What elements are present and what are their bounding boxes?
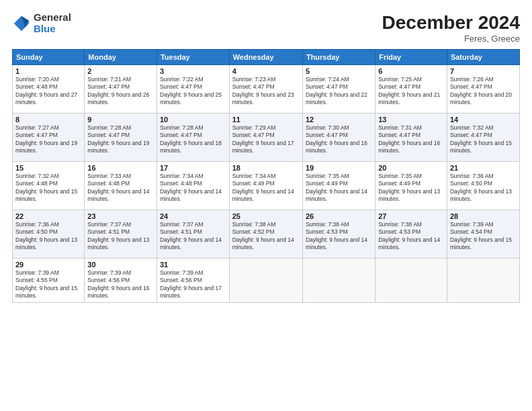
table-cell: 2 Sunrise: 7:21 AM Sunset: 4:47 PM Dayli… [85, 65, 157, 113]
logo-icon [12, 14, 31, 33]
day-number: 15 [15, 164, 81, 172]
day-info: Sunrise: 7:28 AM Sunset: 4:47 PM Dayligh… [160, 124, 226, 155]
day-info: Sunrise: 7:35 AM Sunset: 4:49 PM Dayligh… [378, 173, 444, 203]
day-info: Sunrise: 7:26 AM Sunset: 4:47 PM Dayligh… [450, 76, 517, 107]
col-monday: Monday [85, 50, 157, 65]
day-info: Sunrise: 7:34 AM Sunset: 4:48 PM Dayligh… [160, 173, 226, 203]
day-info: Sunrise: 7:37 AM Sunset: 4:51 PM Dayligh… [87, 221, 154, 252]
day-number: 18 [232, 164, 300, 172]
day-number: 6 [378, 67, 444, 75]
day-info: Sunrise: 7:39 AM Sunset: 4:55 PM Dayligh… [15, 269, 81, 300]
day-number: 28 [450, 212, 517, 220]
day-info: Sunrise: 7:36 AM Sunset: 4:50 PM Dayligh… [15, 221, 81, 252]
day-number: 27 [378, 212, 444, 220]
day-info: Sunrise: 7:39 AM Sunset: 4:56 PM Dayligh… [87, 269, 154, 300]
day-number: 9 [87, 116, 154, 124]
day-number: 8 [15, 116, 81, 124]
day-number: 10 [160, 116, 226, 124]
table-cell: 15 Sunrise: 7:32 AM Sunset: 4:48 PM Dayl… [13, 162, 85, 210]
day-number: 12 [306, 116, 372, 124]
table-cell: 23 Sunrise: 7:37 AM Sunset: 4:51 PM Dayl… [85, 210, 157, 259]
table-cell [229, 259, 302, 303]
table-cell: 9 Sunrise: 7:28 AM Sunset: 4:47 PM Dayli… [85, 113, 157, 162]
table-cell: 27 Sunrise: 7:38 AM Sunset: 4:53 PM Dayl… [375, 210, 447, 259]
col-thursday: Thursday [302, 50, 375, 65]
col-wednesday: Wednesday [229, 50, 302, 65]
header-row: Sunday Monday Tuesday Wednesday Thursday… [13, 50, 520, 65]
day-info: Sunrise: 7:39 AM Sunset: 4:54 PM Dayligh… [450, 221, 517, 252]
day-info: Sunrise: 7:23 AM Sunset: 4:47 PM Dayligh… [232, 76, 300, 107]
day-number: 13 [378, 116, 444, 124]
day-number: 16 [87, 164, 154, 172]
logo-blue: Blue [34, 24, 71, 35]
table-cell: 26 Sunrise: 7:38 AM Sunset: 4:53 PM Dayl… [302, 210, 375, 259]
day-number: 26 [306, 212, 372, 220]
table-cell [375, 259, 447, 303]
table-cell: 16 Sunrise: 7:33 AM Sunset: 4:48 PM Dayl… [85, 162, 157, 210]
table-cell: 10 Sunrise: 7:28 AM Sunset: 4:47 PM Dayl… [157, 113, 229, 162]
day-info: Sunrise: 7:33 AM Sunset: 4:48 PM Dayligh… [87, 173, 154, 203]
day-number: 22 [15, 212, 81, 220]
day-number: 1 [15, 67, 81, 75]
col-tuesday: Tuesday [157, 50, 229, 65]
calendar: Sunday Monday Tuesday Wednesday Thursday… [12, 49, 520, 303]
col-friday: Friday [375, 50, 447, 65]
table-cell: 7 Sunrise: 7:26 AM Sunset: 4:47 PM Dayli… [447, 65, 519, 113]
table-cell: 3 Sunrise: 7:22 AM Sunset: 4:47 PM Dayli… [157, 65, 229, 113]
table-cell: 12 Sunrise: 7:30 AM Sunset: 4:47 PM Dayl… [302, 113, 375, 162]
day-info: Sunrise: 7:36 AM Sunset: 4:50 PM Dayligh… [450, 173, 517, 203]
day-info: Sunrise: 7:32 AM Sunset: 4:48 PM Dayligh… [15, 173, 81, 203]
table-cell: 21 Sunrise: 7:36 AM Sunset: 4:50 PM Dayl… [447, 162, 519, 210]
day-info: Sunrise: 7:20 AM Sunset: 4:48 PM Dayligh… [15, 76, 81, 107]
day-number: 21 [450, 164, 517, 172]
day-number: 31 [160, 261, 226, 269]
col-saturday: Saturday [447, 50, 519, 65]
table-cell: 18 Sunrise: 7:34 AM Sunset: 4:49 PM Dayl… [229, 162, 302, 210]
calendar-header: Sunday Monday Tuesday Wednesday Thursday… [13, 50, 520, 65]
table-cell: 14 Sunrise: 7:32 AM Sunset: 4:47 PM Dayl… [447, 113, 519, 162]
day-info: Sunrise: 7:21 AM Sunset: 4:47 PM Dayligh… [87, 76, 154, 107]
table-cell: 5 Sunrise: 7:24 AM Sunset: 4:47 PM Dayli… [302, 65, 375, 113]
table-cell: 28 Sunrise: 7:39 AM Sunset: 4:54 PM Dayl… [447, 210, 519, 259]
day-number: 7 [450, 67, 517, 75]
table-cell [447, 259, 519, 303]
day-number: 4 [232, 67, 300, 75]
day-number: 17 [160, 164, 226, 172]
day-info: Sunrise: 7:38 AM Sunset: 4:53 PM Dayligh… [306, 221, 372, 252]
table-cell: 11 Sunrise: 7:29 AM Sunset: 4:47 PM Dayl… [229, 113, 302, 162]
day-info: Sunrise: 7:38 AM Sunset: 4:52 PM Dayligh… [232, 221, 300, 252]
table-cell: 22 Sunrise: 7:36 AM Sunset: 4:50 PM Dayl… [13, 210, 85, 259]
day-info: Sunrise: 7:27 AM Sunset: 4:47 PM Dayligh… [15, 124, 81, 155]
day-number: 25 [232, 212, 300, 220]
day-number: 23 [87, 212, 154, 220]
calendar-body: 1 Sunrise: 7:20 AM Sunset: 4:48 PM Dayli… [13, 65, 520, 303]
table-cell: 31 Sunrise: 7:39 AM Sunset: 4:56 PM Dayl… [157, 259, 229, 303]
table-cell: 30 Sunrise: 7:39 AM Sunset: 4:56 PM Dayl… [85, 259, 157, 303]
logo-general: General [34, 12, 71, 24]
day-number: 24 [160, 212, 226, 220]
day-info: Sunrise: 7:34 AM Sunset: 4:49 PM Dayligh… [232, 173, 300, 203]
day-number: 5 [306, 67, 372, 75]
month-title: December 2024 [382, 12, 520, 34]
day-info: Sunrise: 7:24 AM Sunset: 4:47 PM Dayligh… [306, 76, 372, 107]
table-cell: 19 Sunrise: 7:35 AM Sunset: 4:49 PM Dayl… [302, 162, 375, 210]
day-info: Sunrise: 7:32 AM Sunset: 4:47 PM Dayligh… [450, 124, 517, 155]
table-cell: 8 Sunrise: 7:27 AM Sunset: 4:47 PM Dayli… [13, 113, 85, 162]
day-number: 3 [160, 67, 226, 75]
day-info: Sunrise: 7:38 AM Sunset: 4:53 PM Dayligh… [378, 221, 444, 252]
day-info: Sunrise: 7:39 AM Sunset: 4:56 PM Dayligh… [160, 269, 226, 300]
day-info: Sunrise: 7:28 AM Sunset: 4:47 PM Dayligh… [87, 124, 154, 155]
header: General Blue December 2024 Feres, Greece [12, 12, 520, 44]
col-sunday: Sunday [13, 50, 85, 65]
table-cell: 6 Sunrise: 7:25 AM Sunset: 4:47 PM Dayli… [375, 65, 447, 113]
day-number: 2 [87, 67, 154, 75]
day-info: Sunrise: 7:29 AM Sunset: 4:47 PM Dayligh… [232, 124, 300, 155]
day-number: 14 [450, 116, 517, 124]
table-cell [302, 259, 375, 303]
day-number: 19 [306, 164, 372, 172]
day-info: Sunrise: 7:35 AM Sunset: 4:49 PM Dayligh… [306, 173, 372, 203]
day-info: Sunrise: 7:37 AM Sunset: 4:51 PM Dayligh… [160, 221, 226, 252]
logo: General Blue [12, 12, 71, 34]
page: General Blue December 2024 Feres, Greece… [0, 0, 532, 411]
table-cell: 13 Sunrise: 7:31 AM Sunset: 4:47 PM Dayl… [375, 113, 447, 162]
